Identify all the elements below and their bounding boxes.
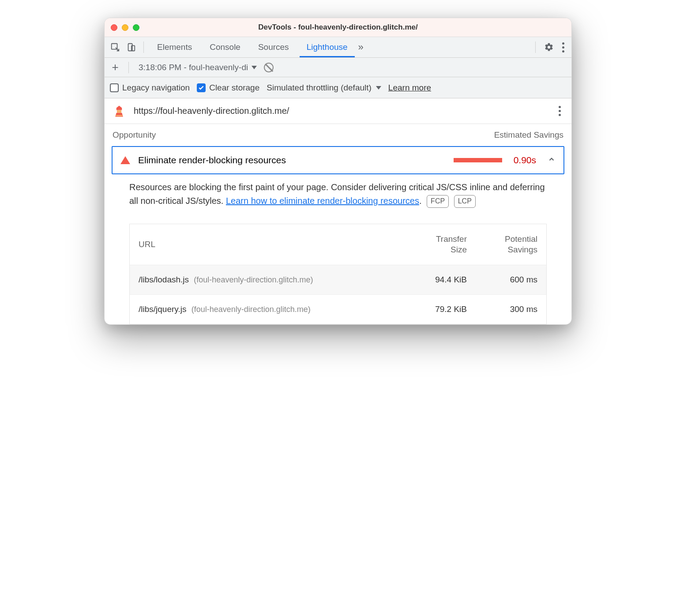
- section-title-left: Opportunity: [113, 130, 156, 140]
- table-row: /libs/jquery.js (foul-heavenly-direction…: [130, 294, 546, 324]
- learn-more-link[interactable]: Learn more: [388, 83, 431, 93]
- resource-size: 79.2 KiB: [401, 304, 467, 314]
- devtools-window: DevTools - foul-heavenly-direction.glitc…: [104, 18, 572, 325]
- resources-table: URL Transfer Size Potential Savings /lib…: [129, 224, 547, 324]
- separator: [535, 41, 536, 53]
- desc-learn-link[interactable]: Learn how to eliminate render-blocking r…: [226, 196, 419, 206]
- lighthouse-subtoolbar: + 3:18:06 PM - foul-heavenly-di: [105, 58, 571, 77]
- report-url: https://foul-heavenly-direction.glitch.m…: [134, 106, 289, 116]
- opportunity-title: Eliminate render-blocking resources: [138, 155, 286, 165]
- col-url: URL: [139, 240, 401, 249]
- tab-console[interactable]: Console: [203, 37, 248, 57]
- tab-elements[interactable]: Elements: [150, 37, 199, 57]
- main-toolbar: Elements Console Sources Lighthouse »: [105, 37, 571, 58]
- clear-report-icon[interactable]: [264, 63, 274, 72]
- legacy-navigation-checkbox[interactable]: Legacy navigation: [110, 83, 190, 93]
- throttling-label: Simulated throttling (default): [267, 83, 372, 93]
- device-toolbar-icon[interactable]: [125, 41, 137, 53]
- tab-label: Elements: [157, 42, 192, 52]
- separator: [143, 41, 144, 53]
- tab-sources[interactable]: Sources: [251, 37, 296, 57]
- svg-rect-4: [116, 115, 123, 116]
- table-row: /libs/lodash.js (foul-heavenly-direction…: [130, 265, 546, 294]
- tab-label: Lighthouse: [307, 42, 348, 52]
- tab-lighthouse[interactable]: Lighthouse: [300, 37, 355, 57]
- opportunity-description: Resources are blocking the first paint o…: [105, 180, 571, 216]
- new-report-button[interactable]: +: [109, 60, 121, 74]
- table-header-row: URL Transfer Size Potential Savings: [130, 224, 546, 265]
- resource-path[interactable]: /libs/lodash.js: [139, 275, 189, 284]
- report-selector-label: 3:18:06 PM - foul-heavenly-di: [139, 63, 248, 72]
- checkbox-icon: [110, 83, 119, 92]
- savings-bar: [454, 158, 502, 162]
- report-menu-icon[interactable]: [556, 103, 563, 119]
- metric-badge-lcp: LCP: [454, 195, 476, 208]
- more-options-icon[interactable]: [560, 40, 567, 55]
- more-tabs-icon[interactable]: »: [358, 41, 364, 53]
- report-selector[interactable]: 3:18:06 PM - foul-heavenly-di: [136, 63, 259, 72]
- checkbox-label: Legacy navigation: [122, 83, 190, 93]
- window-title: DevTools - foul-heavenly-direction.glitc…: [105, 23, 571, 32]
- resource-savings: 300 ms: [467, 304, 537, 314]
- col-savings: Potential Savings: [467, 234, 537, 255]
- resource-savings: 600 ms: [467, 275, 537, 285]
- lighthouse-logo-icon: [113, 105, 126, 118]
- col-size: Transfer Size: [401, 234, 467, 255]
- opportunity-row[interactable]: Eliminate render-blocking resources 0.90…: [112, 146, 564, 174]
- titlebar: DevTools - foul-heavenly-direction.glitc…: [105, 18, 571, 37]
- chevron-down-icon: [376, 86, 381, 90]
- separator: [128, 62, 129, 73]
- tab-label: Console: [210, 42, 240, 52]
- inspect-element-icon[interactable]: [109, 41, 121, 53]
- clear-storage-checkbox[interactable]: Clear storage: [197, 83, 259, 93]
- svg-rect-3: [117, 110, 121, 113]
- resource-path[interactable]: /libs/jquery.js: [139, 304, 186, 314]
- fail-triangle-icon: [120, 156, 130, 164]
- report-url-row: https://foul-heavenly-direction.glitch.m…: [105, 98, 571, 124]
- desc-text2: .: [419, 196, 422, 206]
- lighthouse-options-bar: Legacy navigation Clear storage Simulate…: [105, 77, 571, 98]
- throttling-selector[interactable]: Simulated throttling (default): [267, 83, 381, 93]
- resource-host: (foul-heavenly-direction.glitch.me): [194, 275, 313, 284]
- section-title-right: Estimated Savings: [494, 130, 563, 140]
- checkbox-label: Clear storage: [209, 83, 259, 93]
- metric-badge-fcp: FCP: [427, 195, 449, 208]
- chevron-up-icon: [548, 155, 556, 165]
- checkbox-icon: [197, 83, 206, 92]
- chevron-down-icon: [252, 66, 257, 69]
- savings-value: 0.90s: [514, 155, 536, 165]
- resource-host: (foul-heavenly-direction.glitch.me): [192, 305, 311, 314]
- tab-label: Sources: [258, 42, 289, 52]
- section-header: Opportunity Estimated Savings: [105, 124, 571, 146]
- settings-icon[interactable]: [543, 41, 555, 53]
- resource-size: 94.4 KiB: [401, 275, 467, 285]
